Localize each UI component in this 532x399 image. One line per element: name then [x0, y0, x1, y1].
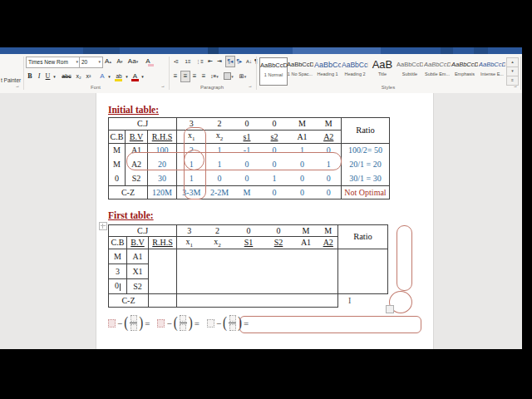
obj-coef-cell[interactable]: 0 — [234, 118, 261, 131]
obj-coef-cell[interactable]: 2 — [206, 118, 234, 131]
fraction-placeholder[interactable] — [180, 315, 187, 331]
obj-coef-cell[interactable]: 2 — [202, 225, 234, 237]
strikethrough-button[interactable]: abc — [61, 71, 72, 81]
chevron-down-icon[interactable]: ▾ — [98, 57, 101, 66]
initial-table-heading[interactable]: Initial table: — [108, 105, 159, 115]
style-item-emphasis[interactable]: AaBbCcDd Emphasis — [451, 57, 478, 84]
increase-indent-button[interactable]: ⇥ — [215, 57, 224, 66]
obj-coef-cell[interactable]: M — [288, 118, 317, 131]
cell-value[interactable]: 0 — [261, 144, 288, 157]
cell-rhs[interactable]: 30 — [148, 172, 177, 186]
clear-formatting-button[interactable]: A — [143, 57, 153, 66]
cz-value-cell[interactable]: 0 — [317, 186, 342, 200]
obj-coef-cell[interactable]: 0 — [261, 118, 288, 131]
shading-button[interactable]: ▾ — [223, 71, 234, 81]
col-header-a1[interactable]: A1 — [288, 131, 317, 144]
clipboard-dialog-launcher-icon[interactable]: ⌐ — [16, 85, 19, 90]
col-header-a1[interactable]: A1 — [293, 237, 319, 249]
cell-bv[interactable]: A1 — [127, 249, 149, 264]
change-case-button[interactable]: Aa▾ — [127, 57, 139, 66]
style-item-subtitle[interactable]: AaBbCcD Subtitle — [397, 57, 423, 84]
cell-value[interactable]: 0 — [234, 157, 261, 172]
font-size-combo[interactable]: 20 ▾ — [79, 57, 103, 68]
decrease-indent-button[interactable]: ⇤ — [206, 57, 214, 66]
shrink-font-button[interactable]: A▾ — [115, 57, 125, 66]
col-header-x1[interactable]: x1 — [177, 131, 206, 144]
table-move-handle-icon[interactable] — [99, 222, 107, 230]
col-header-x2[interactable]: x2 — [202, 237, 234, 249]
equation-placeholder-box[interactable] — [131, 324, 137, 331]
text-effects-button[interactable]: A — [98, 71, 106, 81]
col-header-a2[interactable]: A2 — [317, 131, 342, 144]
obj-coef-cell[interactable]: M — [317, 118, 342, 131]
cell-bv[interactable]: X1 — [127, 264, 149, 279]
styles-dialog-launcher-icon[interactable]: ⌐ — [514, 85, 517, 90]
align-right-button[interactable]: ≡ — [190, 71, 199, 81]
cell-cb[interactable]: 0 — [109, 172, 126, 186]
cz-rhs-cell[interactable]: 120M — [148, 186, 177, 200]
cell-value[interactable]: 1 — [288, 144, 317, 157]
cell-value[interactable]: 0 — [234, 172, 261, 186]
cz-value-cell[interactable]: 0 — [288, 186, 317, 200]
equation-placeholder-box[interactable] — [229, 324, 236, 331]
obj-coef-cell[interactable]: M — [319, 225, 338, 237]
rhs-empty-column[interactable] — [149, 249, 177, 294]
col-header-x2[interactable]: x2 — [206, 131, 234, 144]
styles-more-button[interactable]: ≡ — [506, 76, 519, 86]
ltr-direction-button[interactable]: ¶▸ — [235, 57, 244, 66]
col-header-x1[interactable]: x1 — [177, 237, 202, 249]
cz-label-cell[interactable]: C-Z — [109, 294, 149, 308]
equation-placeholder-box[interactable] — [157, 319, 165, 328]
cz-value-cell[interactable]: 0 — [261, 186, 288, 200]
underline-options-button[interactable]: ▾ — [52, 71, 57, 81]
equation-placeholder-box[interactable] — [180, 324, 186, 331]
style-item-heading1[interactable]: AaBbCc Heading 1 — [314, 57, 341, 84]
col-header-rhs[interactable]: R.H.S — [149, 237, 177, 249]
format-painter-button[interactable]: t Painter — [1, 77, 21, 83]
cell-cb[interactable]: 3 — [109, 264, 127, 279]
font-dialog-launcher-icon[interactable]: ⌐ — [161, 85, 165, 90]
cell-value[interactable]: 1 — [206, 157, 234, 172]
col-header-cb[interactable]: C.B — [109, 237, 127, 249]
cell-value[interactable]: 1 — [177, 172, 206, 186]
grow-font-button[interactable]: A▴ — [103, 57, 113, 66]
ratio-equation[interactable]: − ( ) = — [108, 315, 150, 331]
cell-value[interactable]: -1 — [234, 144, 261, 157]
obj-coef-cell[interactable]: 0 — [264, 225, 293, 237]
obj-coef-cell[interactable]: 3 — [177, 118, 206, 131]
font-color-button[interactable]: A — [131, 71, 140, 81]
cell-value[interactable]: 0 — [206, 172, 234, 186]
ratio-equation[interactable]: − ( ) = — [157, 315, 199, 331]
answer-box-shape[interactable] — [239, 316, 421, 333]
cell-rhs[interactable]: 100 — [148, 144, 177, 157]
cz-label-cell[interactable]: C-Z — [109, 186, 148, 200]
style-item-title[interactable]: AaB Title — [369, 57, 396, 84]
cell-ratio[interactable]: 20/1 = 20 — [342, 157, 390, 172]
style-item-normal[interactable]: AaBbCcDd 1 Normal — [259, 57, 288, 86]
style-item-no-spacing[interactable]: AaBbCcDd 1 No Spac... — [287, 57, 313, 84]
fraction-placeholder[interactable] — [130, 315, 137, 331]
cell-value[interactable]: 0 — [288, 172, 317, 186]
col-header-s1[interactable]: s1 — [234, 131, 261, 144]
ratio-header-cell[interactable]: Ratio — [342, 118, 390, 144]
cell-bv[interactable]: S2 — [127, 279, 149, 294]
col-header-a2[interactable]: A2 — [319, 237, 338, 249]
cj-header-cell[interactable]: C.J — [109, 118, 177, 131]
cz-value-cell[interactable]: 3-3M — [177, 186, 206, 200]
underline-button[interactable]: U — [44, 71, 52, 81]
cz-rhs-cell[interactable] — [149, 294, 177, 308]
superscript-button[interactable]: x² — [84, 71, 93, 81]
pivot-cell[interactable]: 1 — [177, 157, 206, 172]
bullets-button[interactable]: •≡ — [171, 57, 181, 66]
cell-value[interactable]: 1 — [261, 172, 288, 186]
cell-cb[interactable]: 0 — [109, 279, 127, 294]
ratio-header-cell[interactable]: Ratio — [338, 225, 388, 249]
ratio-equations-row[interactable]: − ( ) = − ( ) = − ( — [108, 315, 256, 331]
italic-button[interactable]: I — [36, 71, 42, 81]
cell-value[interactable]: 0 — [317, 172, 342, 186]
paragraph-dialog-launcher-icon[interactable]: ⌐ — [249, 85, 252, 90]
numbering-button[interactable]: 1≡ — [183, 57, 193, 66]
col-header-rhs[interactable]: R.H.S — [148, 131, 177, 144]
align-center-button[interactable]: ≡ — [180, 71, 190, 82]
cell-ratio[interactable]: 30/1 = 30 — [342, 172, 390, 186]
